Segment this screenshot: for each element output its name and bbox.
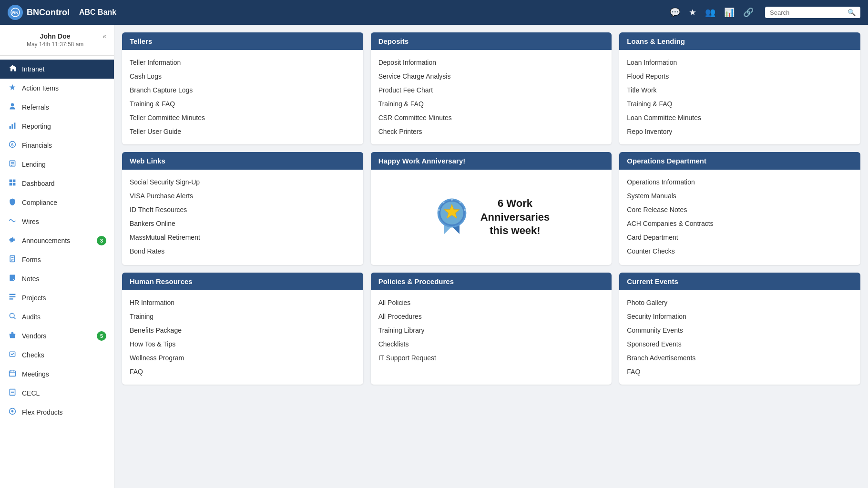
sidebar-item-forms[interactable]: Forms <box>0 250 114 269</box>
card-link[interactable]: Training & FAQ <box>130 97 356 111</box>
card-link[interactable]: ID Theft Resources <box>130 203 356 217</box>
sidebar-item-flex-products[interactable]: Flex Products <box>0 403 114 422</box>
svg-point-3 <box>11 103 14 106</box>
card-header-operations: Operations Department <box>619 152 860 170</box>
search-box[interactable]: 🔍 <box>765 7 860 18</box>
app-logo[interactable]: BN BNControl <box>8 5 70 20</box>
card-link[interactable]: VISA Purchase Alerts <box>130 189 356 203</box>
bank-name: ABC Bank <box>79 8 116 17</box>
card-link[interactable]: Training & FAQ <box>378 97 604 111</box>
card-link[interactable]: Teller Committee Minutes <box>130 111 356 125</box>
sidebar-item-meetings[interactable]: Meetings <box>0 365 114 384</box>
svg-rect-24 <box>10 298 13 299</box>
card-link[interactable]: Branch Advertisements <box>627 351 853 365</box>
card-body-web-links: Social Security Sign-UpVISA Purchase Ale… <box>122 170 363 264</box>
card-link[interactable]: Repo Inventory <box>627 125 853 139</box>
card-link[interactable]: Branch Capture Logs <box>130 83 356 97</box>
audits-icon <box>8 312 17 322</box>
sidebar-item-audits[interactable]: Audits <box>0 307 114 326</box>
svg-line-26 <box>14 317 16 319</box>
card-link[interactable]: Title Work <box>627 83 853 97</box>
card-link[interactable]: Cash Logs <box>130 70 356 83</box>
card-link[interactable]: Social Security Sign-Up <box>130 175 356 189</box>
sidebar-item-vendors[interactable]: Vendors5 <box>0 326 114 346</box>
chart-icon[interactable]: 📊 <box>724 7 735 18</box>
sidebar-item-checks[interactable]: Checks <box>0 346 114 365</box>
card-link[interactable]: ACH Companies & Contracts <box>627 217 853 231</box>
card-link[interactable]: Service Charge Analysis <box>378 70 604 83</box>
sidebar-item-financials[interactable]: $Financials <box>0 136 114 155</box>
chat-icon[interactable]: 💬 <box>670 7 680 18</box>
card-link[interactable]: Checklists <box>378 337 604 351</box>
sidebar-label-dashboard: Dashboard <box>22 180 106 187</box>
sidebar-item-referrals[interactable]: Referrals <box>0 98 114 117</box>
card-link[interactable]: Sponsored Events <box>627 337 853 351</box>
card-link[interactable]: Security Information <box>627 310 853 324</box>
card-link[interactable]: MassMutual Retirement <box>130 231 356 244</box>
people-icon[interactable]: 👥 <box>705 7 715 18</box>
sidebar-item-wires[interactable]: Wires <box>0 212 114 231</box>
card-link[interactable]: All Procedures <box>378 310 604 324</box>
sidebar-item-compliance[interactable]: Compliance <box>0 193 114 212</box>
card-link[interactable]: Teller User Guide <box>130 125 356 139</box>
card-link[interactable]: How Tos & Tips <box>130 337 356 351</box>
card-link[interactable]: Deposit Information <box>378 56 604 70</box>
svg-rect-5 <box>11 124 13 129</box>
card-link[interactable]: Teller Information <box>130 56 356 70</box>
card-link[interactable]: HR Information <box>130 296 356 310</box>
card-link[interactable]: Photo Gallery <box>627 296 853 310</box>
sidebar-label-meetings: Meetings <box>22 370 106 378</box>
card-link[interactable]: Product Fee Chart <box>378 83 604 97</box>
card-loans-lending: Loans & LendingLoan InformationFlood Rep… <box>619 32 860 144</box>
sidebar-item-cecl[interactable]: CECL <box>0 384 114 403</box>
svg-rect-15 <box>10 183 12 186</box>
compliance-icon <box>8 198 17 207</box>
star-icon[interactable]: ★ <box>689 7 696 18</box>
sidebar-label-vendors: Vendors <box>22 332 92 340</box>
dashboard-icon <box>8 179 17 188</box>
sidebar-label-cecl: CECL <box>22 389 106 397</box>
card-link[interactable]: CSR Committee Minutes <box>378 111 604 125</box>
card-link[interactable]: Check Printers <box>378 125 604 139</box>
card-header-human-resources: Human Resources <box>122 273 363 290</box>
card-link[interactable]: Benefits Package <box>130 324 356 337</box>
svg-point-50 <box>438 209 440 211</box>
card-link[interactable]: Counter Checks <box>627 244 853 258</box>
sidebar-item-lending[interactable]: Lending <box>0 155 114 174</box>
sidebar-label-financials: Financials <box>22 142 106 149</box>
link-icon[interactable]: 🔗 <box>743 7 754 18</box>
card-link[interactable]: Bond Rates <box>130 244 356 258</box>
card-link[interactable]: Flood Reports <box>627 70 853 83</box>
card-link[interactable]: IT Support Request <box>378 351 604 365</box>
search-input[interactable] <box>770 9 845 16</box>
card-link[interactable]: Loan Information <box>627 56 853 70</box>
card-link[interactable]: Training & FAQ <box>627 97 853 111</box>
sidebar-item-notes[interactable]: Notes <box>0 269 114 288</box>
card-link[interactable]: FAQ <box>130 365 356 379</box>
collapse-icon[interactable]: « <box>102 32 106 40</box>
card-link[interactable]: System Manuals <box>627 189 853 203</box>
notes-icon <box>8 274 17 284</box>
card-link[interactable]: Bankers Online <box>130 217 356 231</box>
sidebar-label-announcements: Announcements <box>22 237 92 244</box>
card-link[interactable]: All Policies <box>378 296 604 310</box>
svg-point-49 <box>464 209 466 211</box>
card-link[interactable]: Training Library <box>378 324 604 337</box>
sidebar-item-action-items[interactable]: Action Items <box>0 79 114 98</box>
card-link[interactable]: Core Release Notes <box>627 203 853 217</box>
sidebar-item-announcements[interactable]: Announcements3 <box>0 231 114 250</box>
card-link[interactable]: Wellness Program <box>130 351 356 365</box>
sidebar-label-checks: Checks <box>22 351 106 359</box>
sidebar-item-reporting[interactable]: Reporting <box>0 117 114 136</box>
card-link[interactable]: FAQ <box>627 365 853 379</box>
card-link[interactable]: Loan Committee Minutes <box>627 111 853 125</box>
card-link[interactable]: Operations Information <box>627 175 853 189</box>
card-body-tellers: Teller InformationCash LogsBranch Captur… <box>122 50 363 144</box>
action-items-icon <box>8 83 17 93</box>
card-link[interactable]: Training <box>130 310 356 324</box>
card-link[interactable]: Card Department <box>627 231 853 244</box>
sidebar-item-projects[interactable]: Projects <box>0 288 114 307</box>
sidebar-item-dashboard[interactable]: Dashboard <box>0 174 114 193</box>
sidebar-item-intranet[interactable]: Intranet <box>0 60 114 79</box>
card-link[interactable]: Community Events <box>627 324 853 337</box>
